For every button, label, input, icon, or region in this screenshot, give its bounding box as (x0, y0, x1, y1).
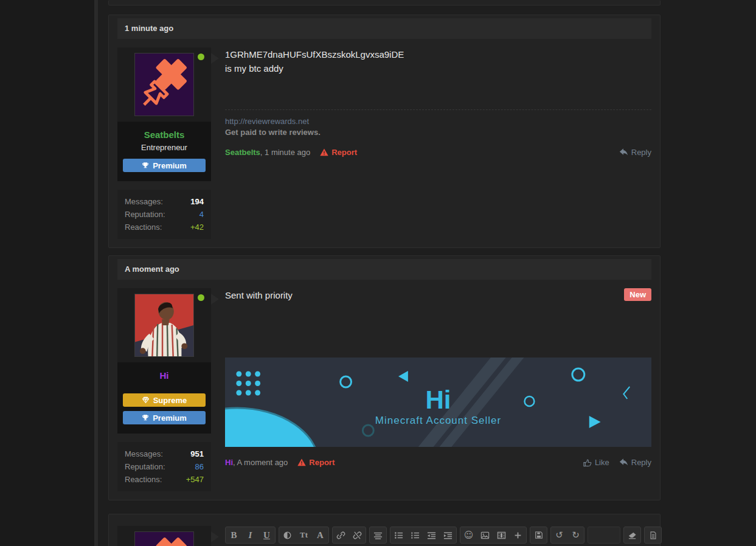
italic-button[interactable]: I (242, 527, 258, 543)
banner-title: Hi (426, 388, 451, 412)
post-text-line: Sent with priority (225, 288, 651, 302)
reactions-count: +42 (190, 221, 204, 233)
user-info-panel: Hi Supreme Premium (117, 362, 211, 434)
avatar-container (117, 288, 211, 362)
image-icon (480, 531, 490, 540)
signature-text: Get paid to write reviews. (225, 128, 651, 137)
user-stats-panel: Messages: 951 Reputation: 86 Reactions: … (117, 442, 211, 491)
history-group: ↺ ↻ (550, 527, 584, 544)
stat-row: Reactions: +547 (125, 473, 204, 486)
font-group: Tt A (279, 527, 329, 544)
underline-button[interactable]: U (258, 527, 275, 543)
scrollbar[interactable] (94, 0, 98, 546)
badge-label: Premium (153, 413, 187, 423)
reply-button[interactable]: Reply (619, 458, 651, 467)
online-indicator-icon (198, 294, 204, 301)
user-info-panel: Seatbelts Entrepreneur Premium (117, 122, 211, 181)
post-seatbelts: 1 minute ago (108, 15, 661, 248)
post-date-header: 1 minute ago (117, 18, 651, 39)
banner-text: Hi Minecraft Account Seller (225, 358, 651, 447)
post-date-header: A moment ago (117, 259, 651, 280)
footer-timestamp: , A moment ago (233, 458, 288, 467)
footer-author-link[interactable]: Hi (225, 458, 233, 467)
like-button[interactable]: Like (583, 458, 609, 467)
gem-icon (142, 396, 150, 404)
thumbs-up-icon (583, 458, 592, 467)
avatar-current-user[interactable] (134, 531, 194, 546)
text-color-icon (283, 531, 292, 540)
signature-link[interactable]: http://reviewrewards.net (225, 117, 309, 126)
banner-subtitle: Minecraft Account Seller (375, 415, 501, 427)
format-remove-group (623, 527, 641, 544)
bullet-list-icon (394, 531, 403, 540)
redo-button[interactable]: ↻ (567, 527, 584, 543)
author-cell: Seatbelts Entrepreneur Premium Messages:… (117, 47, 211, 239)
thread-posts-column: 1 minute ago (108, 0, 661, 546)
post-content-area: 1GRhME7dnaHUFsUfXBszskokLgvxsa9iDE is my… (225, 47, 651, 157)
warning-icon (320, 148, 328, 156)
report-button[interactable]: Report (320, 148, 357, 157)
font-size-button[interactable]: Tt (296, 527, 312, 543)
bold-button[interactable]: B (226, 527, 242, 543)
avatar-bubble-tail (211, 531, 219, 542)
stat-row: Reputation: 4 (125, 208, 204, 221)
user-title: Entrepreneur (123, 143, 206, 152)
messages-count: 951 (190, 448, 204, 460)
alignment-button[interactable] (370, 527, 386, 543)
text-color-button[interactable] (279, 527, 296, 543)
save-group (530, 527, 547, 544)
footer-author-link[interactable]: Seatbelts (225, 148, 260, 157)
editor-toolbar: B I U Tt A (225, 526, 662, 544)
remove-link-button[interactable] (349, 527, 366, 543)
post-text-line: is my btc addy (225, 61, 651, 75)
stat-row: Messages: 951 (125, 448, 204, 460)
eraser-icon (628, 531, 637, 540)
save-draft-button[interactable] (530, 527, 547, 543)
avatar-hi[interactable] (134, 294, 194, 357)
post-hi: A moment ago (108, 255, 661, 500)
insert-image-button[interactable] (477, 527, 493, 543)
avatar-container (117, 47, 211, 122)
avatar-seatbelts[interactable] (134, 53, 194, 116)
avatar-container (117, 526, 211, 546)
insert-group: ☺ (460, 527, 527, 544)
previous-post-edge (108, 0, 661, 5)
username-link[interactable]: Hi (123, 370, 206, 381)
undo-button[interactable]: ↺ (551, 527, 567, 543)
link-icon (336, 531, 345, 540)
avatar-bubble-tail (211, 53, 219, 64)
author-cell: Hi Supreme Premium Messages: 951 (117, 288, 211, 491)
font-family-button[interactable]: A (312, 527, 328, 543)
insert-media-button[interactable] (493, 527, 510, 543)
unlink-icon (353, 531, 362, 540)
bullet-list-button[interactable] (390, 527, 407, 543)
insert-more-button[interactable] (510, 527, 526, 543)
floppy-icon (535, 531, 543, 539)
bbcode-toggle-button[interactable] (645, 527, 661, 543)
stat-row: Reactions: +42 (125, 221, 204, 233)
report-button[interactable]: Report (297, 458, 335, 467)
reputation-count: 4 (199, 208, 204, 221)
plus-icon (514, 531, 522, 539)
indent-button[interactable] (440, 527, 456, 543)
remove-formatting-button[interactable] (624, 527, 640, 543)
current-user-cell (117, 526, 211, 546)
outdent-icon (427, 531, 436, 540)
messages-count: 194 (190, 195, 204, 208)
warning-icon (297, 458, 306, 466)
film-icon (497, 531, 506, 540)
reactions-count: +547 (186, 473, 204, 486)
username-link[interactable]: Seatbelts (123, 130, 206, 140)
insert-link-button[interactable] (333, 527, 349, 543)
numbered-list-button[interactable] (407, 527, 423, 543)
text-style-group: B I U (225, 527, 276, 544)
emoji-button[interactable]: ☺ (460, 527, 477, 543)
avatar-bubble-tail (211, 294, 219, 305)
reply-editor: B I U Tt A (108, 514, 661, 546)
outdent-button[interactable] (423, 527, 440, 543)
reply-button[interactable]: Reply (619, 148, 651, 157)
drafts-indicator (588, 527, 620, 544)
badge-label: Supreme (153, 396, 187, 405)
user-stats-panel: Messages: 194 Reputation: 4 Reactions: +… (117, 190, 211, 239)
signature-banner-image: Hi Minecraft Account Seller (225, 358, 651, 447)
